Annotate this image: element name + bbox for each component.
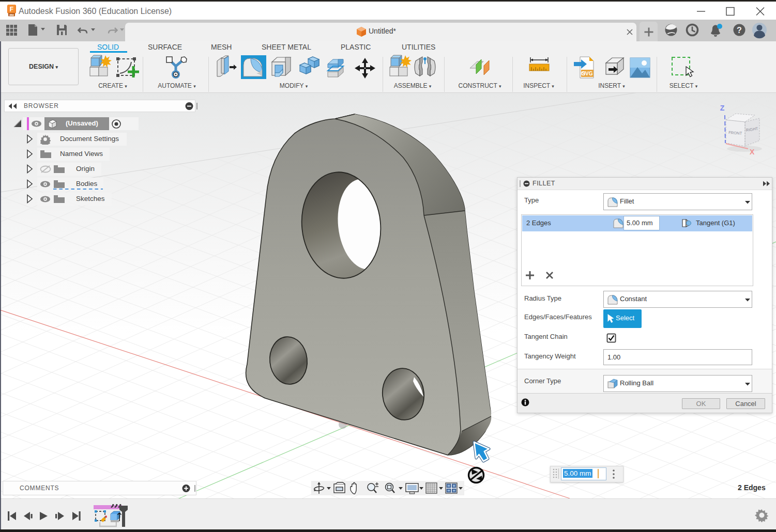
svg-text:F: F: [10, 6, 13, 13]
svg-text:360: 360: [9, 13, 14, 17]
svg-text:?: ?: [737, 26, 742, 35]
svg-text:X: X: [750, 148, 755, 156]
svg-text:FRONT: FRONT: [728, 130, 742, 136]
svg-text:Z: Z: [720, 104, 725, 112]
